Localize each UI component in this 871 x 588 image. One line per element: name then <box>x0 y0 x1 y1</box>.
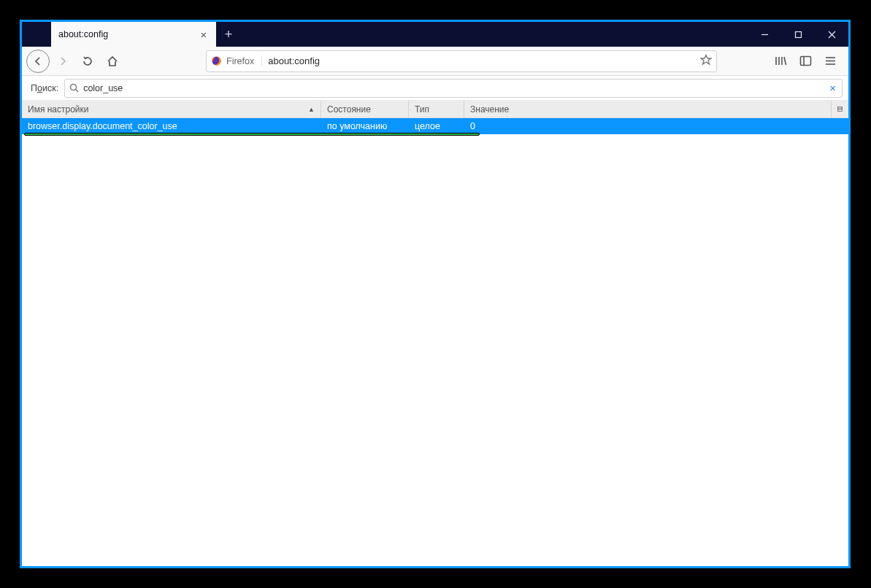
pref-type: целое <box>409 121 464 131</box>
back-button[interactable] <box>26 50 50 73</box>
identity-box[interactable]: Firefox <box>211 55 262 66</box>
maximize-button[interactable] <box>781 22 815 47</box>
forward-button[interactable] <box>51 50 74 73</box>
results-area: browser.display.document_color_use по ум… <box>22 118 848 566</box>
pref-value: 0 <box>464 121 848 131</box>
browser-window: about:config × + <box>20 20 851 568</box>
bookmark-star-button[interactable] <box>700 54 712 68</box>
new-tab-button[interactable]: + <box>216 22 241 47</box>
search-box[interactable]: × <box>64 79 843 98</box>
close-tab-icon[interactable]: × <box>197 29 210 40</box>
column-picker-button[interactable] <box>831 101 848 117</box>
pref-state: по умолчанию <box>321 121 409 131</box>
svg-rect-1 <box>795 31 801 37</box>
home-button[interactable] <box>101 50 124 73</box>
column-header-value[interactable]: Значение <box>464 101 831 117</box>
clear-search-icon[interactable]: × <box>828 82 837 94</box>
svg-rect-17 <box>838 107 843 112</box>
library-button[interactable] <box>770 50 791 72</box>
sort-asc-icon: ▲ <box>308 106 315 113</box>
svg-line-16 <box>76 90 79 93</box>
column-header-state[interactable]: Состояние <box>321 101 409 117</box>
svg-rect-10 <box>800 57 810 66</box>
svg-line-9 <box>784 57 786 65</box>
tab-aboutconfig[interactable]: about:config × <box>51 22 216 47</box>
pref-row[interactable]: browser.display.document_color_use по ум… <box>22 118 848 134</box>
svg-point-15 <box>71 85 77 90</box>
search-icon <box>69 83 79 93</box>
column-header-type[interactable]: Тип <box>409 101 464 117</box>
tab-title: about:config <box>58 29 197 39</box>
right-toolbar <box>770 50 844 72</box>
svg-marker-5 <box>701 55 711 65</box>
nav-toolbar: Firefox about:config <box>22 47 848 76</box>
url-bar[interactable]: Firefox about:config <box>206 50 717 72</box>
url-text: about:config <box>268 55 694 66</box>
identity-label: Firefox <box>226 56 254 66</box>
search-label: Поиск: <box>28 83 58 93</box>
minimize-button[interactable] <box>748 22 781 47</box>
reload-button[interactable] <box>76 50 99 73</box>
tab-strip: about:config × + <box>22 22 241 47</box>
window-controls <box>748 22 848 47</box>
column-header-name[interactable]: Имя настройки ▲ <box>22 101 321 117</box>
close-window-button[interactable] <box>815 22 848 47</box>
search-input[interactable] <box>83 83 824 93</box>
firefox-icon <box>211 55 222 66</box>
titlebar: about:config × + <box>22 22 848 47</box>
pref-name: browser.display.document_color_use <box>22 121 321 131</box>
column-headers: Имя настройки ▲ Состояние Тип Значение <box>22 101 848 118</box>
app-menu-button[interactable] <box>819 50 841 72</box>
sidebar-button[interactable] <box>794 50 816 72</box>
config-search-row: Поиск: × <box>22 76 848 101</box>
